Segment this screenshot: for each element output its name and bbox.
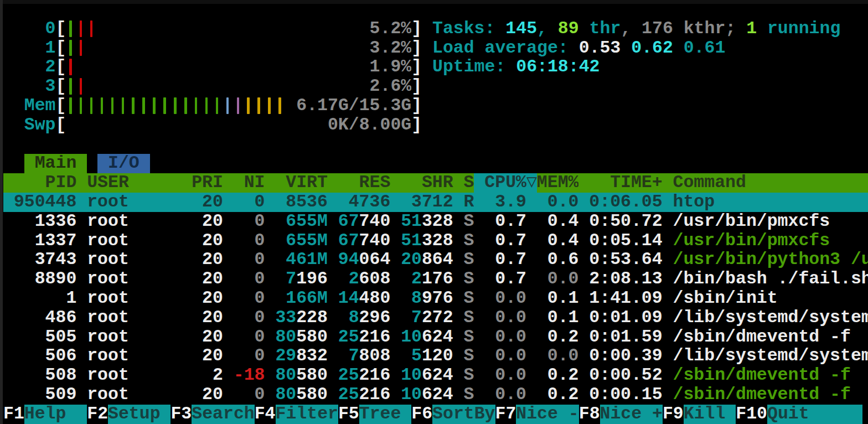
text-segment: 0:50.72	[589, 212, 662, 231]
cpu-meter-1: 1[3.2%]	[3, 39, 422, 58]
text-segment: /lib/systemd/system	[673, 308, 868, 328]
cell-pid: 1337	[3, 231, 76, 251]
cell-res: 94064	[338, 250, 391, 270]
table-row[interactable]: 509 root 20 0 80580 25216 10624 S 0.0 0.…	[3, 385, 868, 405]
cell-user: root	[87, 250, 181, 270]
text-segment: root	[87, 212, 129, 231]
text-segment: 740	[359, 212, 391, 231]
cell-mem: 0.1	[537, 289, 579, 308]
screen-tab-main[interactable]: Main	[24, 154, 87, 173]
fn-f4-filter[interactable]: F4Filter	[255, 405, 338, 424]
table-row[interactable]: 486 root 20 0 33228 8296 7272 S 0.0 0.1 …	[3, 308, 868, 328]
table-row[interactable]: 8890 root 20 0 7196 2608 2176 S 0.7 0.0 …	[3, 270, 868, 289]
column-header-state[interactable]: S	[464, 173, 474, 193]
cell-pid: 505	[3, 328, 76, 347]
table-row[interactable]: 3743 root 20 0 461M 94064 20864 S 0.7 0.…	[3, 250, 868, 270]
column-header-virt[interactable]: VIRT	[275, 173, 328, 193]
cpu-meter-3: 3[2.6%]	[3, 77, 422, 96]
text-segment: 2	[411, 270, 422, 289]
text-segment: root	[87, 270, 129, 289]
text-segment: S	[464, 347, 474, 366]
table-row[interactable]: 1 root 20 0 166M 14480 8976 S 0.0 0.1 1:…	[3, 289, 868, 308]
meter-bar-tick	[153, 97, 156, 114]
screen-tab-io[interactable]: I/O	[97, 154, 150, 173]
table-row[interactable]: 508 root 2 -18 80580 25216 10624 S 0.0 0…	[3, 366, 868, 385]
cell-mem: 0.4	[537, 231, 579, 251]
text-segment: 0	[255, 308, 265, 328]
text-segment: /sbin/dmeventd -f	[673, 385, 851, 405]
column-header-cpu[interactable]: CPU%	[484, 173, 526, 193]
cell-state: R	[464, 193, 474, 212]
cell-shr: 20864	[401, 250, 453, 270]
text-segment: 20	[202, 385, 223, 405]
cell-state: S	[464, 231, 474, 251]
text-segment: Tasks:	[432, 19, 505, 38]
meter-bar-tick	[101, 97, 104, 114]
table-row[interactable]: 506 root 20 0 29832 7808 5120 S 0.0 0.0 …	[3, 347, 868, 366]
fn-f1-help[interactable]: F1Help	[3, 405, 87, 424]
table-row[interactable]: 1336 root 20 0 655M 67740 51328 S 0.7 0.…	[3, 212, 868, 231]
meter-bar-tick	[216, 97, 219, 114]
cell-cpu: 0.0	[484, 308, 526, 328]
column-header-command[interactable]: Command	[673, 173, 868, 193]
cell-time: 0:00.39	[589, 347, 662, 366]
meter-bar-tick	[69, 40, 72, 56]
fn-action-label: Nice +	[600, 405, 663, 424]
fn-f2-setup[interactable]: F2Setup	[87, 405, 170, 424]
text-segment: 0:06.05	[589, 193, 662, 212]
fn-f6-sortby[interactable]: F6SortBy	[411, 405, 495, 424]
cell-ni: 0	[234, 193, 265, 212]
text-segment: 0	[255, 347, 265, 366]
fn-f9-kill[interactable]: F9Kill	[663, 405, 736, 424]
column-header-pri[interactable]: PRI	[192, 173, 223, 193]
column-header-shr[interactable]: SHR	[401, 173, 453, 193]
fn-f7-nice-[interactable]: F7Nice -	[495, 405, 579, 424]
cell-user: root	[87, 193, 181, 212]
column-header-ni[interactable]: NI	[234, 173, 265, 193]
fn-f10-quit[interactable]: F10Quit	[736, 405, 862, 424]
cell-virt: 8536	[275, 193, 328, 212]
text-segment: 216	[359, 366, 391, 385]
text-segment: 1:41.09	[589, 289, 662, 308]
meter-bar-tick	[69, 20, 72, 37]
text-segment: /sbin/dmeventd -f	[673, 328, 851, 347]
text-segment: 0:00.15	[589, 385, 662, 405]
cell-shr: 10624	[401, 328, 453, 347]
text-segment: 0:01.09	[589, 308, 662, 328]
text-segment: 0	[255, 289, 265, 308]
memory-meter: Mem[6.17G/15.3G]	[3, 96, 422, 116]
cell-user: root	[87, 289, 181, 308]
text-segment: 0.4	[547, 231, 579, 251]
text-segment: 2:08.13	[589, 270, 662, 289]
meter-close-bracket: ]	[411, 77, 422, 96]
cell-pid: 1	[3, 289, 76, 308]
column-header-pid[interactable]: PID	[3, 173, 76, 193]
text-segment: S	[464, 366, 474, 385]
cell-ni: 0	[234, 250, 265, 270]
text-segment: 509	[45, 385, 77, 405]
text-segment: 3743	[35, 250, 77, 270]
column-header-mem[interactable]: MEM%	[537, 173, 579, 193]
cell-virt: 461M	[275, 250, 328, 270]
mem-label: Mem	[3, 96, 56, 116]
text-segment: 0:00.39	[589, 347, 662, 366]
text-segment: 0:05.14	[589, 231, 662, 251]
fn-f5-tree[interactable]: F5Tree	[338, 405, 411, 424]
fn-f8-nice-[interactable]: F8Nice +	[579, 405, 663, 424]
table-row[interactable]: 1337 root 20 0 655M 67740 51328 S 0.7 0.…	[3, 231, 868, 251]
text-segment: 580	[296, 385, 328, 405]
table-row[interactable]: 505 root 20 0 80580 25216 10624 S 0.0 0.…	[3, 328, 868, 347]
cell-state: S	[464, 385, 474, 405]
column-header-res[interactable]: RES	[338, 173, 391, 193]
column-header-user[interactable]: USER	[87, 173, 181, 193]
fn-action-label: Search	[192, 405, 254, 424]
cpu3-label: 3	[3, 77, 56, 96]
text-segment: 20	[202, 347, 223, 366]
cell-shr: 5120	[401, 347, 453, 366]
column-header-time[interactable]: TIME+	[589, 173, 662, 193]
text-segment: 20	[202, 231, 223, 251]
table-row[interactable]: 950448 root 20 0 8536 4736 3712 R 3.9 0.…	[3, 193, 868, 212]
cell-pid: 508	[3, 366, 76, 385]
text-segment: 0:00.52	[589, 366, 662, 385]
fn-f3-search[interactable]: F3Search	[170, 405, 254, 424]
